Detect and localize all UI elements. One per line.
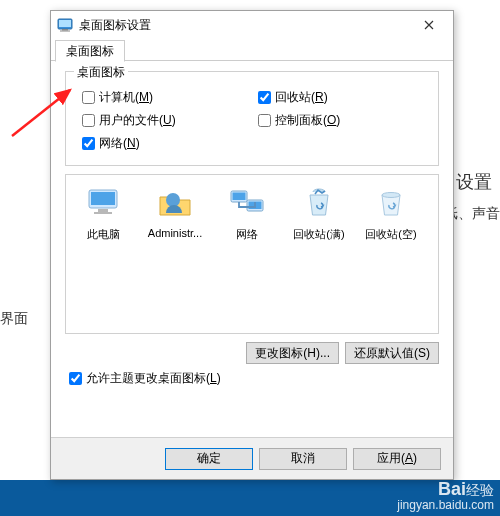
watermark: Bai经验 jingyan.baidu.com (397, 482, 494, 512)
allow-themes-label[interactable]: 允许主题更改桌面图标(L) (86, 370, 221, 387)
icon-label: 网络 (236, 227, 258, 242)
controlpanel-checkbox[interactable] (258, 114, 271, 127)
network-icon (227, 183, 267, 223)
tab-strip: 桌面图标 (51, 39, 453, 61)
icon-label: Administr... (148, 227, 202, 239)
svg-rect-3 (60, 31, 70, 32)
tab-desktop-icons[interactable]: 桌面图标 (55, 40, 125, 62)
cancel-button[interactable]: 取消 (259, 448, 347, 470)
watermark-url: jingyan.baidu.com (397, 498, 494, 512)
close-button[interactable] (409, 13, 449, 37)
recycle-label[interactable]: 回收站(R) (275, 89, 328, 106)
icon-item-recycle-empty[interactable]: 回收站(空) (358, 183, 424, 242)
bg-text-settings: 设置 (456, 170, 492, 194)
ok-button[interactable]: 确定 (165, 448, 253, 470)
network-checkbox[interactable] (82, 137, 95, 150)
icon-item-recycle-full[interactable]: 回收站(满) (286, 183, 352, 242)
dialog-title: 桌面图标设置 (79, 17, 409, 34)
restore-defaults-button[interactable]: 还原默认值(S) (345, 342, 439, 364)
apply-button[interactable]: 应用(A) (353, 448, 441, 470)
network-label[interactable]: 网络(N) (99, 135, 140, 152)
userfiles-label[interactable]: 用户的文件(U) (99, 112, 176, 129)
icon-item-admin[interactable]: Administr... (142, 183, 208, 239)
controlpanel-label[interactable]: 控制面板(O) (275, 112, 340, 129)
icon-item-thispc[interactable]: 此电脑 (70, 183, 136, 242)
change-icon-button[interactable]: 更改图标(H)... (246, 342, 339, 364)
bg-text-interface: 界面 (0, 310, 28, 328)
recycle-empty-icon (371, 183, 411, 223)
icon-label: 回收站(满) (293, 227, 344, 242)
recycle-full-icon (299, 183, 339, 223)
recycle-checkbox[interactable] (258, 91, 271, 104)
icon-button-row: 更改图标(H)... 还原默认值(S) (65, 342, 439, 364)
computer-label[interactable]: 计算机(M) (99, 89, 153, 106)
svg-rect-7 (94, 212, 112, 214)
svg-rect-5 (91, 192, 115, 205)
svg-rect-6 (98, 209, 108, 212)
allow-themes-row: 允许主题更改桌面图标(L) (65, 370, 439, 387)
icon-item-network[interactable]: 网络 (214, 183, 280, 242)
desktop-icons-group: 桌面图标 计算机(M) 回收站(R) 用户的文件(U) 控制 (65, 71, 439, 166)
svg-rect-10 (233, 193, 246, 201)
allow-themes-checkbox[interactable] (69, 372, 82, 385)
group-label: 桌面图标 (74, 64, 128, 81)
dialog-icon (57, 17, 73, 33)
titlebar: 桌面图标设置 (51, 11, 453, 39)
svg-point-13 (382, 193, 400, 198)
svg-point-8 (166, 193, 180, 207)
icon-preview-list[interactable]: 此电脑 Administr... 网络 回收站(满) 回收站(空) (65, 174, 439, 334)
monitor-icon (83, 183, 123, 223)
computer-checkbox[interactable] (82, 91, 95, 104)
icon-label: 回收站(空) (365, 227, 416, 242)
userfiles-checkbox[interactable] (82, 114, 95, 127)
user-folder-icon (155, 183, 195, 223)
desktop-icon-settings-dialog: 桌面图标设置 桌面图标 桌面图标 计算机(M) 回收站(R) (50, 10, 454, 480)
tab-body: 桌面图标 计算机(M) 回收站(R) 用户的文件(U) 控制 (51, 61, 453, 437)
dialog-button-bar: 确定 取消 应用(A) (51, 437, 453, 479)
icon-label: 此电脑 (87, 227, 120, 242)
watermark-brand: Bai (438, 479, 466, 499)
svg-rect-1 (59, 20, 71, 27)
svg-rect-2 (62, 29, 68, 31)
